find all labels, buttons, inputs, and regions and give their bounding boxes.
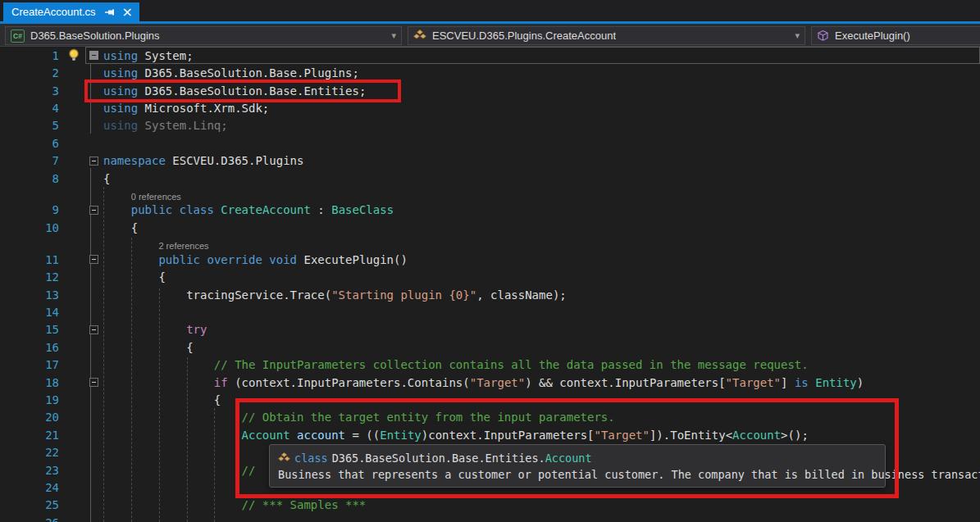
line-number: 26 <box>0 516 64 522</box>
code-line: 14 <box>0 303 980 320</box>
line-number: 22 <box>0 446 64 459</box>
code-line: 9 public class CreateAccount : BaseClass <box>0 202 980 219</box>
tooltip-keyword: class <box>294 452 328 465</box>
code-text[interactable]: namespace ESCVEU.D365.Plugins <box>103 154 303 167</box>
code-line: 12 { <box>0 268 980 285</box>
code-text[interactable]: { <box>103 341 194 354</box>
code-text[interactable]: using System.Linq; <box>103 119 228 132</box>
fold-collapse-button[interactable] <box>89 206 98 215</box>
code-text[interactable]: // *** Samples *** <box>103 498 366 511</box>
line-number: 8 <box>0 172 64 185</box>
line-number: 16 <box>0 341 64 354</box>
outline-column <box>84 255 103 264</box>
line-number: 25 <box>0 498 64 511</box>
close-icon[interactable]: × <box>122 6 133 19</box>
code-text[interactable]: public class CreateAccount : BaseClass <box>103 203 394 216</box>
code-text[interactable]: { <box>103 270 166 284</box>
line-number: 12 <box>0 270 64 284</box>
code-line: 25 // *** Samples *** <box>0 497 980 514</box>
outline-column <box>84 157 103 166</box>
line-number: 24 <box>0 481 64 494</box>
code-line: 13 tracingService.Trace("Starting plugin… <box>0 286 980 303</box>
member-dropdown-label: ExecutePlugin() <box>835 30 910 42</box>
line-number: 20 <box>0 411 64 424</box>
codelens-references[interactable]: 0 references <box>0 187 980 202</box>
outline-column <box>84 325 103 334</box>
line-number: 7 <box>0 154 64 167</box>
code-text[interactable]: using Microsoft.Xrm.Sdk; <box>103 102 269 115</box>
fold-collapse-button[interactable] <box>89 51 98 60</box>
project-dropdown[interactable]: C# D365.BaseSolution.Plugins ▾ <box>5 26 402 45</box>
line-number: 2 <box>0 66 64 79</box>
line-number: 9 <box>0 203 64 216</box>
code-text[interactable]: public override void ExecutePlugin() <box>103 253 408 266</box>
member-dropdown[interactable]: ExecutePlugin() <box>811 26 980 45</box>
code-line: 8{ <box>0 170 980 187</box>
code-line: 6 <box>0 134 980 152</box>
code-text[interactable]: tracingService.Trace("Starting plugin {0… <box>103 288 567 302</box>
line-number: 10 <box>0 221 64 234</box>
code-text[interactable]: // Obtain the target entity from the inp… <box>103 411 615 424</box>
fold-collapse-button[interactable] <box>89 325 98 334</box>
glyph-margin <box>64 48 84 62</box>
code-line: 21 Account account = ((Entity)context.In… <box>0 426 980 443</box>
type-dropdown-label: ESCVEU.D365.Plugins.CreateAccount <box>432 30 616 42</box>
tab-createaccount[interactable]: CreateAccount.cs × <box>3 2 139 21</box>
type-dropdown[interactable]: ESCVEU.D365.Plugins.CreateAccount ▾ <box>408 26 805 45</box>
tooltip-type-name: Account <box>545 452 592 465</box>
tab-title: CreateAccount.cs <box>11 6 96 18</box>
visual-studio-editor-window: CreateAccount.cs × C# D365.BaseSolution.… <box>0 0 980 522</box>
code-text[interactable]: Account account = ((Entity)context.Input… <box>103 429 809 442</box>
code-text[interactable]: // <box>103 464 255 477</box>
code-text[interactable]: { <box>103 172 110 185</box>
line-number: 3 <box>0 84 64 98</box>
class-icon <box>278 452 290 464</box>
code-line: 10 { <box>0 219 980 236</box>
code-text[interactable]: if (context.InputParameters.Contains("Ta… <box>103 376 864 389</box>
line-number: 11 <box>0 253 64 266</box>
code-line: 15 try <box>0 321 980 338</box>
code-line: 3using D365.BaseSolution.Base.Entities; <box>0 82 980 99</box>
line-number: 21 <box>0 429 64 442</box>
code-text[interactable]: // The InputParameters collection contai… <box>103 358 809 371</box>
line-number: 17 <box>0 358 64 371</box>
navigation-bar: C# D365.BaseSolution.Plugins ▾ ESCVEU.D3… <box>0 24 980 47</box>
code-line: 5using System.Linq; <box>0 117 980 134</box>
code-line: 1using System; <box>0 47 980 64</box>
lightbulb-icon[interactable] <box>67 48 80 62</box>
line-number: 23 <box>0 464 64 477</box>
code-line: 2using D365.BaseSolution.Base.Plugins; <box>0 64 980 81</box>
csharp-project-icon: C# <box>11 30 25 43</box>
line-number: 18 <box>0 376 64 389</box>
code-text[interactable]: { <box>103 221 138 234</box>
code-text[interactable]: using D365.BaseSolution.Base.Plugins; <box>103 66 359 79</box>
tab-bar: CreateAccount.cs × <box>0 0 980 21</box>
code-line: 16 { <box>0 338 980 356</box>
code-text[interactable]: try <box>103 323 207 336</box>
project-dropdown-label: D365.BaseSolution.Plugins <box>30 30 160 42</box>
line-number: 1 <box>0 49 64 62</box>
tooltip-namespace: D365.BaseSolution.Base.Entities. <box>332 452 545 465</box>
fold-collapse-button[interactable] <box>89 255 98 264</box>
fold-collapse-button[interactable] <box>89 378 98 387</box>
quickinfo-tooltip: class D365.BaseSolution.Base.Entities.Ac… <box>269 444 886 488</box>
chevron-down-icon: ▾ <box>385 30 396 41</box>
code-editor[interactable]: 1using System;2using D365.BaseSolution.B… <box>0 47 980 522</box>
code-line: 7namespace ESCVEU.D365.Plugins <box>0 152 980 169</box>
chevron-down-icon: ▾ <box>788 30 800 41</box>
code-text[interactable]: using D365.BaseSolution.Base.Entities; <box>103 84 366 98</box>
code-text[interactable]: { <box>103 393 221 406</box>
code-text[interactable]: using System; <box>103 49 194 62</box>
tooltip-signature: class D365.BaseSolution.Base.Entities.Ac… <box>278 450 875 466</box>
fold-collapse-button[interactable] <box>89 157 98 166</box>
line-number: 4 <box>0 102 64 115</box>
method-icon <box>817 30 829 42</box>
code-line: 26 <box>0 514 980 522</box>
codelens-references[interactable]: 2 references <box>0 237 980 252</box>
class-icon <box>413 30 426 42</box>
outline-column <box>84 206 103 215</box>
outline-column <box>84 51 103 60</box>
code-line: 4using Microsoft.Xrm.Sdk; <box>0 99 980 116</box>
code-line: 18 if (context.InputParameters.Contains(… <box>0 374 980 391</box>
pin-icon[interactable] <box>104 7 116 18</box>
